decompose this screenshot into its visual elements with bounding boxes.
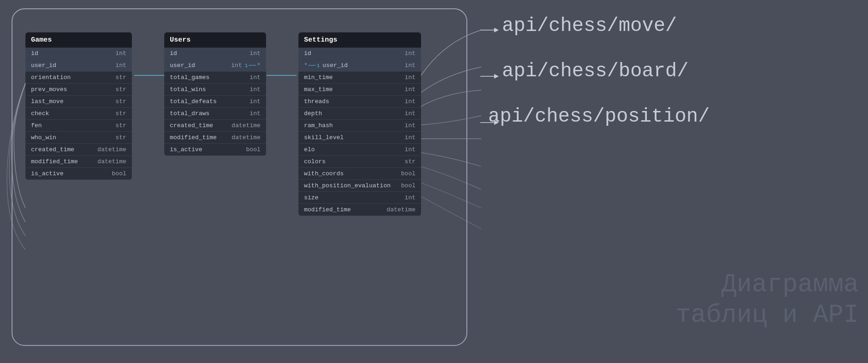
- table-row: prev_moves str: [25, 84, 132, 96]
- col-name: id: [304, 50, 311, 57]
- table-row: total_draws int: [164, 108, 266, 120]
- col-name: modified_time: [31, 158, 78, 165]
- col-type: str: [116, 122, 126, 129]
- col-name: check: [31, 110, 49, 117]
- col-name: size: [304, 194, 318, 201]
- api-label-board: api/chess/board/: [502, 60, 688, 82]
- table-row: ram_hash int: [298, 120, 421, 132]
- col-name: elo: [304, 146, 315, 153]
- col-type: int: [405, 146, 415, 153]
- col-type: str: [116, 134, 126, 141]
- col-type: datetime: [232, 122, 260, 129]
- col-name: id: [170, 50, 177, 57]
- table-row: min_time int: [298, 72, 421, 84]
- table-row: id int: [164, 48, 266, 60]
- col-type: int: [405, 86, 415, 93]
- relation-one-label-left: 1: [316, 63, 320, 68]
- col-type: int: [405, 74, 415, 81]
- col-name: fen: [31, 122, 42, 129]
- table-row: last_move str: [25, 96, 132, 108]
- table-row: id int: [25, 48, 132, 60]
- col-name: total_defeats: [170, 98, 217, 105]
- col-name: prev_moves: [31, 86, 67, 93]
- col-type: int: [405, 50, 415, 57]
- col-name: user_id: [170, 62, 195, 69]
- api-label-position: api/chess/position/: [488, 105, 710, 128]
- relation-line-indicator: ──: [249, 62, 256, 69]
- svg-marker-1: [494, 28, 499, 32]
- col-type: int: [250, 98, 260, 105]
- col-name: who_win: [31, 134, 56, 141]
- col-name: total_games: [170, 74, 210, 81]
- table-row: threads int: [298, 96, 421, 108]
- col-type: str: [116, 98, 126, 105]
- table-row: total_games int: [164, 72, 266, 84]
- col-type: str: [116, 74, 126, 81]
- table-row: modified_time datetime: [25, 156, 132, 168]
- svg-marker-3: [494, 74, 499, 79]
- relation-line-indicator-left: ──: [309, 62, 316, 69]
- col-name: skill_level: [304, 134, 344, 141]
- col-name: modified_time: [170, 134, 217, 141]
- col-type: int: [250, 86, 260, 93]
- settings-table-header: Settings: [298, 32, 421, 48]
- col-type: int: [405, 98, 415, 105]
- col-type: int: [405, 110, 415, 117]
- col-name: total_wins: [170, 86, 206, 93]
- table-row: check str: [25, 108, 132, 120]
- col-type: datetime: [98, 158, 126, 165]
- table-row: total_defeats int: [164, 96, 266, 108]
- table-row: orientation str: [25, 72, 132, 84]
- col-type: int: [405, 62, 415, 69]
- settings-table: Settings id int * ── 1 user_id int min_t…: [298, 32, 421, 216]
- col-type: str: [116, 110, 126, 117]
- col-name: id: [31, 50, 38, 57]
- relation-asterisk-label-left: *: [304, 62, 308, 69]
- relation-asterisk-label: *: [257, 62, 260, 69]
- col-type: str: [116, 86, 126, 93]
- col-name: max_time: [304, 86, 333, 93]
- table-row: modified_time datetime: [298, 204, 421, 216]
- api-label-move: api/chess/move/: [502, 15, 677, 37]
- relation-one-label: 1: [245, 63, 248, 68]
- table-row: who_win str: [25, 132, 132, 144]
- col-name: colors: [304, 158, 326, 165]
- col-name: threads: [304, 98, 329, 105]
- col-name: min_time: [304, 74, 333, 81]
- col-name: orientation: [31, 74, 71, 81]
- col-name: total_draws: [170, 110, 210, 117]
- col-name: modified_time: [304, 206, 351, 213]
- col-type: datetime: [98, 146, 126, 153]
- table-row: is_active bool: [164, 144, 266, 156]
- col-name: last_move: [31, 98, 63, 105]
- col-name: user_id: [31, 62, 56, 69]
- users-table: Users id int user_id int 1 ── * total_ga…: [164, 32, 266, 156]
- table-row: created_time datetime: [25, 144, 132, 156]
- table-row: user_id int: [25, 60, 132, 72]
- games-table-header: Games: [25, 32, 132, 48]
- users-table-header: Users: [164, 32, 266, 48]
- table-row: total_wins int: [164, 84, 266, 96]
- table-row: fen str: [25, 120, 132, 132]
- diagram-title-line1: Диаграмма: [676, 270, 859, 300]
- col-name: ram_hash: [304, 122, 333, 129]
- col-type: datetime: [232, 134, 260, 141]
- table-row: colors str: [298, 156, 421, 168]
- table-row: is_active bool: [25, 168, 132, 180]
- col-type: datetime: [387, 206, 415, 213]
- col-type: bool: [246, 146, 260, 153]
- table-row: with_coords bool: [298, 168, 421, 180]
- tables-area: Games id int user_id int orientation str…: [25, 32, 421, 216]
- col-name: with_coords: [304, 170, 344, 177]
- col-type: bool: [112, 170, 126, 177]
- table-row: size int: [298, 192, 421, 204]
- diagram-title-line2: таблиц и API: [676, 300, 859, 331]
- col-type: bool: [401, 170, 415, 177]
- col-name: created_time: [31, 146, 74, 153]
- table-row: elo int: [298, 144, 421, 156]
- col-type: int: [405, 194, 415, 201]
- table-row: created_time datetime: [164, 120, 266, 132]
- col-type: bool: [401, 182, 415, 189]
- col-name: is_active: [31, 170, 63, 177]
- col-type: str: [405, 158, 415, 165]
